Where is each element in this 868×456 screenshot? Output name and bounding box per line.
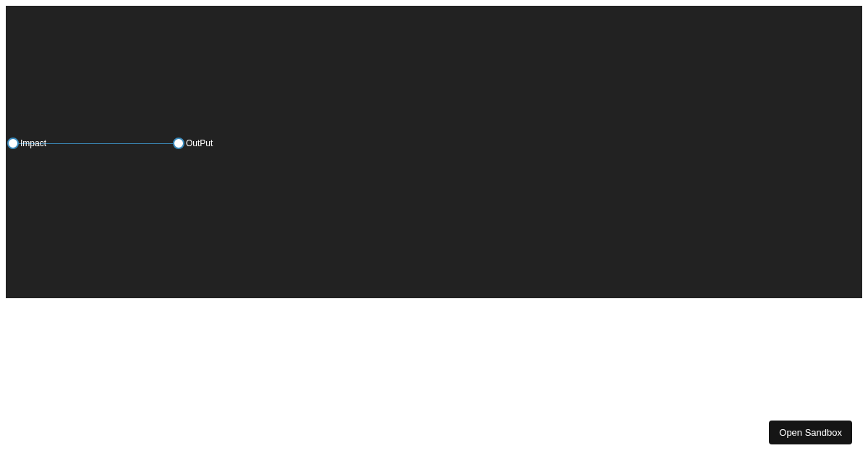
node-label-output: OutPut bbox=[186, 138, 213, 148]
node-label-impact: Impact bbox=[20, 138, 46, 148]
nodes-layer: Impact OutPut bbox=[6, 6, 862, 298]
node-circle-icon bbox=[7, 138, 19, 149]
node-impact[interactable]: Impact bbox=[7, 138, 46, 149]
graph-canvas[interactable]: Impact OutPut bbox=[6, 6, 862, 298]
node-output[interactable]: OutPut bbox=[173, 138, 213, 149]
open-sandbox-button[interactable]: Open Sandbox bbox=[769, 421, 852, 444]
node-circle-icon bbox=[173, 138, 184, 149]
